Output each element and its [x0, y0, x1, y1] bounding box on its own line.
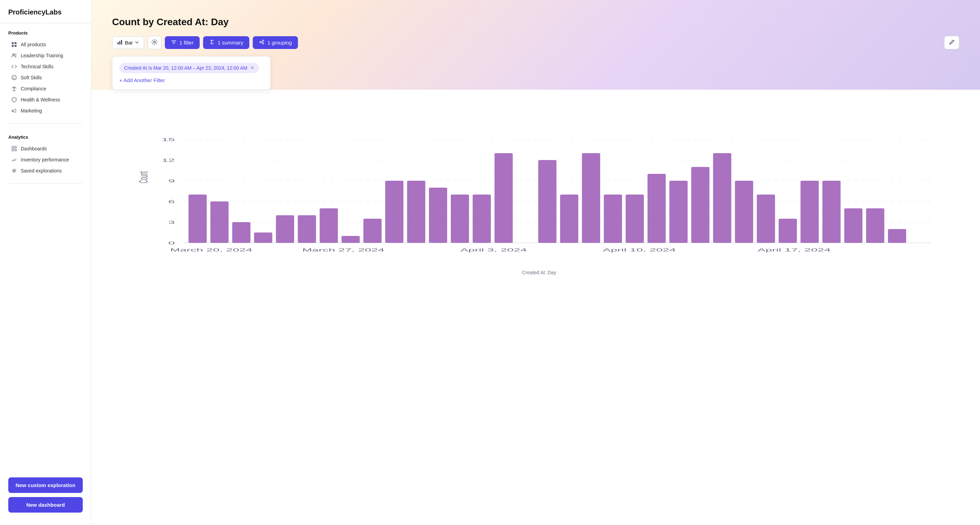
sidebar-item-inventory[interactable]: Inventory performance: [8, 154, 83, 165]
svg-text:9: 9: [168, 178, 175, 183]
sidebar-item-label: Marketing: [21, 108, 42, 113]
svg-rect-59: [757, 194, 775, 243]
svg-text:12: 12: [162, 158, 175, 163]
svg-rect-36: [232, 222, 250, 243]
svg-rect-51: [582, 153, 600, 243]
svg-rect-55: [669, 181, 687, 243]
svg-rect-10: [15, 146, 17, 148]
sidebar-item-label: Dashboards: [21, 146, 47, 151]
svg-point-19: [262, 43, 264, 44]
svg-rect-12: [15, 150, 17, 151]
products-section: Products All products Leadership Trainin…: [0, 24, 91, 119]
edit-icon: [949, 39, 955, 46]
add-another-filter-button[interactable]: + Add Another Filter: [119, 77, 263, 83]
svg-rect-38: [276, 215, 294, 243]
bar-chart-svg: 0 3 6 9 12 15 Count: [129, 108, 949, 267]
analytics-section-title: Analytics: [8, 135, 83, 140]
grouping-button[interactable]: 1 grouping: [253, 36, 298, 49]
sidebar-item-all-products[interactable]: All products: [8, 39, 83, 50]
filter-tag-text: Created At Is Mar 20, 12:00 AM – Apr 23,…: [124, 65, 247, 71]
svg-rect-3: [14, 45, 17, 47]
chart-type-label: Bar: [125, 40, 133, 46]
svg-rect-2: [12, 45, 14, 47]
svg-rect-54: [648, 174, 666, 243]
svg-rect-58: [735, 181, 753, 243]
svg-point-6: [12, 76, 17, 80]
filter-tag-row: Created At Is Mar 20, 12:00 AM – Apr 23,…: [119, 63, 263, 73]
svg-text:April 17, 2024: April 17, 2024: [757, 247, 831, 253]
svg-rect-1: [14, 42, 17, 44]
chart-area: 0 3 6 9 12 15 Count: [112, 98, 959, 282]
svg-rect-0: [12, 42, 14, 44]
sidebar-item-technical[interactable]: Technical Skills: [8, 61, 83, 72]
svg-rect-52: [604, 194, 622, 243]
sidebar-item-soft-skills[interactable]: Soft Skills: [8, 72, 83, 83]
chart-type-selector[interactable]: Bar: [112, 36, 144, 49]
sidebar-item-leadership[interactable]: Leadership Training: [8, 50, 83, 61]
chart-wrapper: 0 3 6 9 12 15 Count: [129, 108, 949, 268]
sidebar-item-label: Technical Skills: [21, 64, 53, 69]
code-icon: [11, 64, 17, 70]
sidebar-item-label: Inventory performance: [21, 157, 69, 162]
svg-rect-39: [298, 215, 316, 243]
chart-title: Count by Created At: Day: [112, 17, 959, 28]
asterisk-icon: [11, 168, 17, 174]
sidebar-item-marketing[interactable]: Marketing: [8, 105, 83, 116]
megaphone-icon: [11, 108, 17, 114]
dashboard-icon: [11, 146, 17, 152]
svg-text:April 3, 2024: April 3, 2024: [460, 247, 527, 253]
sidebar-item-label: All products: [21, 42, 46, 47]
svg-rect-50: [560, 194, 578, 243]
svg-rect-42: [363, 219, 382, 243]
analytics-section: Analytics Dashboards Inventory performan…: [0, 127, 91, 179]
sidebar-item-label: Compliance: [21, 86, 46, 91]
logo: ProficiencyLabs: [0, 8, 91, 24]
bar-chart-icon: [117, 39, 123, 46]
main-content-inner: Count by Created At: Day Bar: [91, 0, 980, 299]
svg-rect-34: [189, 194, 207, 243]
svg-rect-63: [844, 208, 862, 243]
sidebar-divider-2: [8, 183, 83, 183]
svg-rect-13: [118, 42, 119, 45]
filter-popup: Created At Is Mar 20, 12:00 AM – Apr 23,…: [112, 56, 271, 90]
svg-rect-11: [12, 150, 14, 151]
svg-rect-61: [800, 181, 819, 243]
sidebar-item-label: Health & Wellness: [21, 97, 60, 102]
grid-icon: [11, 41, 17, 48]
filter-button-label: 1 filter: [179, 40, 193, 46]
active-filter-tag[interactable]: Created At Is Mar 20, 12:00 AM – Apr 23,…: [119, 63, 259, 73]
sidebar-item-health[interactable]: Health & Wellness: [8, 94, 83, 105]
svg-point-16: [154, 41, 156, 43]
remove-filter-button[interactable]: ×: [251, 65, 254, 71]
svg-rect-46: [451, 194, 469, 243]
chart-settings-button[interactable]: [148, 36, 161, 49]
summary-button-label: 1 summary: [218, 40, 243, 46]
svg-rect-62: [822, 181, 841, 243]
svg-rect-15: [121, 40, 122, 45]
svg-text:April 10, 2024: April 10, 2024: [603, 247, 676, 253]
svg-rect-47: [473, 194, 491, 243]
smiley-icon: [11, 75, 17, 81]
scale-icon: [11, 86, 17, 92]
x-axis-title: Created At: Day: [129, 270, 949, 275]
svg-rect-53: [625, 194, 644, 243]
sidebar-buttons: New custom exploration New dashboard: [0, 473, 91, 517]
summary-button[interactable]: 1 summary: [203, 36, 249, 49]
svg-rect-49: [538, 160, 557, 243]
new-dashboard-button[interactable]: New dashboard: [8, 497, 83, 512]
sidebar-item-saved[interactable]: Saved explorations: [8, 165, 83, 176]
sidebar-divider: [8, 123, 83, 124]
sidebar-item-dashboards[interactable]: Dashboards: [8, 143, 83, 154]
svg-rect-40: [320, 208, 338, 243]
new-custom-exploration-button[interactable]: New custom exploration: [8, 477, 83, 493]
filter-button[interactable]: 1 filter: [165, 36, 200, 49]
svg-rect-41: [341, 236, 360, 243]
svg-point-5: [15, 54, 16, 55]
user-group-icon: [11, 52, 17, 59]
add-filter-label: + Add Another Filter: [119, 77, 165, 83]
filter-icon: [171, 39, 177, 46]
sidebar-item-compliance[interactable]: Compliance: [8, 83, 83, 94]
edit-button[interactable]: [944, 36, 959, 49]
svg-rect-14: [119, 41, 120, 45]
svg-rect-56: [691, 167, 710, 243]
